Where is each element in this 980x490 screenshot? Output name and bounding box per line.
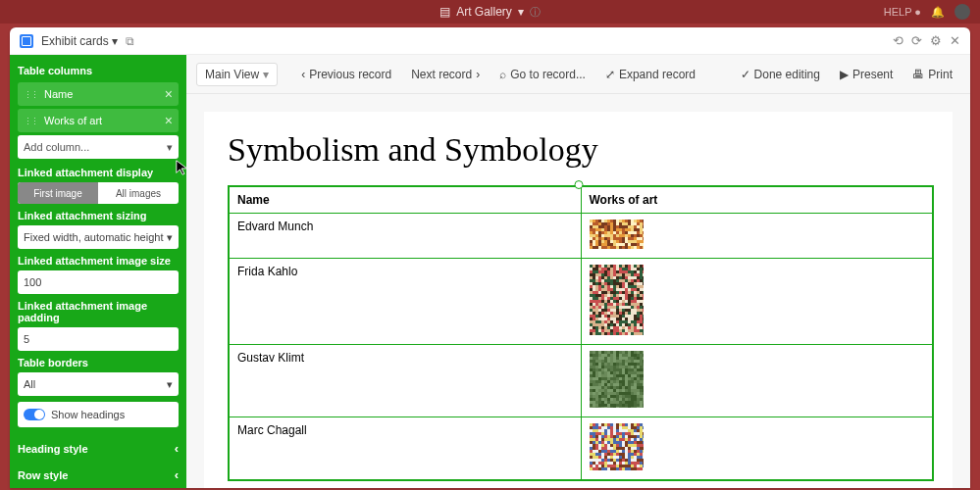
chevron-right-icon: › xyxy=(476,68,480,81)
table-row[interactable]: Frida Kahlo xyxy=(229,259,933,345)
img-pad-label: Linked attachment image padding xyxy=(18,300,179,323)
gear-icon[interactable]: ⚙ xyxy=(930,33,942,48)
expand-icon: ⤢ xyxy=(605,68,615,81)
done-editing-button[interactable]: ✓ Done editing xyxy=(733,64,828,85)
remove-column-icon[interactable]: × xyxy=(165,86,173,102)
cell-name: Edvard Munch xyxy=(229,214,581,259)
chevron-down-icon: ▾ xyxy=(167,231,173,244)
info-icon[interactable]: ⓘ xyxy=(530,5,541,20)
table-row[interactable]: Edvard Munch xyxy=(229,214,933,259)
record-toolbar: Main View ▾ ‹ Previous record Next recor… xyxy=(186,55,970,94)
chevron-left-icon: ‹ xyxy=(175,441,179,456)
cell-artwork[interactable] xyxy=(581,417,933,481)
print-icon: 🖶 xyxy=(912,68,924,81)
app-topbar: ▤ Art Gallery ▾ ⓘ HELP ● 🔔 xyxy=(0,0,980,24)
workspace-title[interactable]: ▤ Art Gallery ▾ ⓘ xyxy=(439,5,541,20)
section-columns-label: Table columns xyxy=(18,65,179,76)
borders-label: Table borders xyxy=(18,357,179,368)
sizing-label: Linked attachment sizing xyxy=(18,210,179,221)
main-view-button[interactable]: Main View ▾ xyxy=(196,63,278,86)
seg-first-image[interactable]: First image xyxy=(18,182,98,204)
goto-record-button[interactable]: ⌕ Go to record... xyxy=(491,64,593,85)
cell-artwork[interactable] xyxy=(581,259,933,345)
present-button[interactable]: ▶ Present xyxy=(832,64,901,85)
redo-icon[interactable]: ⟳ xyxy=(911,33,922,48)
print-button[interactable]: 🖶 Print xyxy=(904,64,960,85)
expand-record-button[interactable]: ⤢ Expand record xyxy=(597,64,703,85)
search-icon: ⌕ xyxy=(499,68,506,81)
help-link[interactable]: HELP ● xyxy=(884,6,921,18)
column-chip-label: Works of art xyxy=(44,115,102,126)
display-segmented[interactable]: First image All images xyxy=(18,182,179,204)
data-table: Name Works of art Edvard MunchFrida Kahl… xyxy=(228,185,934,481)
chevron-down-icon: ▾ xyxy=(167,141,173,154)
img-pad-input[interactable]: 5 xyxy=(18,327,179,351)
chevron-down-icon: ▾ xyxy=(518,5,524,19)
editor-window: Exhibit cards ▾ ⧉ ⟲ ⟳ ⚙ ✕ Table columns … xyxy=(10,27,970,488)
close-icon[interactable]: ✕ xyxy=(950,33,960,48)
undo-icon[interactable]: ⟲ xyxy=(893,33,903,48)
cell-name: Marc Chagall xyxy=(229,417,581,481)
linked-display-label: Linked attachment display xyxy=(18,167,179,178)
cell-name: Gustav Klimt xyxy=(229,345,581,417)
play-icon: ▶ xyxy=(840,68,849,81)
img-size-input[interactable]: 100 xyxy=(18,270,179,294)
block-name[interactable]: Exhibit cards ▾ xyxy=(41,34,118,48)
open-external-icon[interactable]: ⧉ xyxy=(126,34,134,48)
show-headings-toggle[interactable]: Show headings xyxy=(18,402,179,427)
chevron-down-icon: ▾ xyxy=(167,378,173,391)
table-row[interactable]: Marc Chagall xyxy=(229,417,933,481)
heading-style-section[interactable]: Heading style‹ xyxy=(18,435,179,462)
column-chip[interactable]: ⋮⋮ Name× xyxy=(18,82,179,106)
avatar[interactable] xyxy=(954,4,970,20)
page-title: Symbolism and Symbology xyxy=(228,131,929,169)
drag-handle-icon[interactable]: ⋮⋮ xyxy=(24,90,37,100)
cell-artwork[interactable] xyxy=(581,345,933,417)
doc-icon: ▤ xyxy=(439,5,450,19)
next-record-button[interactable]: Next record › xyxy=(403,64,488,85)
chevron-left-icon: ‹ xyxy=(301,68,305,81)
prev-record-button[interactable]: ‹ Previous record xyxy=(293,64,399,85)
column-resize-handle[interactable] xyxy=(574,180,583,189)
block-type-icon xyxy=(20,34,33,48)
table-row[interactable]: Gustav Klimt xyxy=(229,345,933,417)
borders-select[interactable]: All▾ xyxy=(18,372,179,396)
column-chip-label: Name xyxy=(44,88,73,100)
column-chip[interactable]: ⋮⋮ Works of art× xyxy=(18,109,179,132)
seg-all-images[interactable]: All images xyxy=(98,182,179,204)
chevron-left-icon: ‹ xyxy=(175,467,179,482)
remove-column-icon[interactable]: × xyxy=(165,113,173,128)
img-size-label: Linked attachment image size xyxy=(18,255,179,267)
bell-icon[interactable]: 🔔 xyxy=(931,6,945,19)
check-icon: ✓ xyxy=(741,68,750,81)
sizing-select[interactable]: Fixed width, automatic height▾ xyxy=(18,225,179,249)
config-sidebar: Table columns ⋮⋮ Name×⋮⋮ Works of art× A… xyxy=(10,55,186,488)
drag-handle-icon[interactable]: ⋮⋮ xyxy=(24,117,37,126)
cell-artwork[interactable] xyxy=(581,214,933,259)
add-column-button[interactable]: Add column... ▾ xyxy=(18,135,179,159)
cell-name: Frida Kahlo xyxy=(229,259,581,345)
row-style-section[interactable]: Row style‹ xyxy=(18,462,179,488)
col-header-name[interactable]: Name xyxy=(229,186,581,214)
col-header-works[interactable]: Works of art xyxy=(581,186,933,214)
document-canvas[interactable]: Symbolism and Symbology Name Works of ar… xyxy=(204,112,953,488)
